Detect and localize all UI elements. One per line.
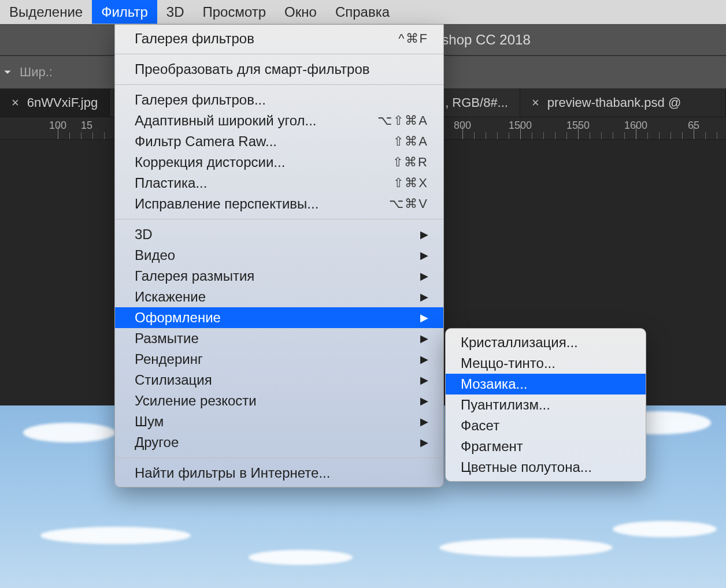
menu-view[interactable]: Просмотр [193,0,275,24]
menu-item[interactable]: Галерея размытия▶ [115,266,443,286]
submenu-item[interactable]: Фасет [446,415,646,436]
ruler-tick-major [694,125,694,139]
doc-tab-left[interactable]: × 6nWVxiF.jpg [0,89,110,117]
menu-item-label: Оформление [135,310,221,326]
menu-item[interactable]: Размытие▶ [115,328,443,349]
ruler-tick-minor [717,132,717,139]
submenu-arrow-icon: ▶ [420,249,428,262]
submenu-item[interactable]: Мозаика... [446,374,646,395]
menu-item[interactable]: Коррекция дисторсии...⇧⌘R [115,152,443,173]
menu-item[interactable]: Другое▶ [115,432,443,453]
menu-item[interactable]: Галерея фильтров... [115,90,443,110]
submenu-item[interactable]: Фрагмент [446,436,646,457]
submenu-item[interactable]: Меццо-тинто... [446,353,646,374]
ruler-tick-minor [647,132,648,139]
menu-item-label: Рендеринг [135,351,203,367]
ruler-tick-minor [69,132,70,139]
menu-item-shortcut: ⌥⇧⌘A [377,113,428,128]
menu-item[interactable]: Исправление перспективы...⌥⌘V [115,193,443,214]
menu-item[interactable]: Преобразовать для смарт-фильтров [115,59,443,80]
ruler-tick-minor [486,132,486,139]
menu-item[interactable]: Рендеринг▶ [115,349,443,370]
ruler-tick-minor [532,132,532,139]
menu-item-label: Искажение [135,289,206,305]
menu-item-label: Другое [135,434,179,451]
submenu-item[interactable]: Пуантилизм... [446,395,646,415]
submenu-item-label: Мозаика... [461,376,527,392]
submenu-item-label: Фрагмент [461,438,523,455]
ruler-tick-minor [682,132,683,139]
ruler-tick-minor [590,132,590,139]
menu-item-label: Коррекция дисторсии... [135,154,285,170]
close-icon[interactable]: × [12,95,19,110]
ruler-tick-minor [601,132,602,139]
menu-item-label: Размытие [135,330,199,347]
menu-item-label: Галерея фильтров... [135,92,266,108]
submenu-item[interactable]: Кристаллизация... [446,332,646,353]
close-icon[interactable]: × [532,95,539,110]
menu-item-label: 3D [135,226,153,243]
menu-item[interactable]: Галерея фильтров^⌘F [115,28,443,49]
menu-3d[interactable]: 3D [157,0,194,24]
submenu-arrow-icon: ▶ [420,374,428,386]
menu-item-label: Видео [135,247,175,263]
menu-item[interactable]: 3D▶ [115,224,443,245]
ruler-tick-minor [613,132,613,139]
menu-selection[interactable]: Выделение [0,0,92,24]
menu-item[interactable]: Шум▶ [115,411,443,432]
menu-item-label: Адаптивный широкий угол... [135,113,316,129]
ruler-tick-minor [509,132,509,139]
menu-item[interactable]: Оформление▶ [115,307,443,328]
menu-help[interactable]: Справка [326,0,399,24]
submenu-arrow-icon: ▶ [420,270,428,282]
submenu-item-label: Меццо-тинто... [461,355,555,371]
ruler-tick-minor [555,132,555,139]
menu-item[interactable]: Усиление резкости▶ [115,390,443,411]
submenu-arrow-icon: ▶ [420,228,428,241]
menu-item-shortcut: ^⌘F [398,31,428,46]
ruler-tick-label: 15 [81,120,92,132]
menu-item-label: Галерея фильтров [135,31,254,47]
ruler-tick-minor [566,132,567,139]
menu-window[interactable]: Окно [275,0,326,24]
menu-item-label: Усиление резкости [135,393,257,409]
menu-item-shortcut: ⇧⌘R [392,155,428,170]
doc-tab-label: preview-thabank.psd @ [547,95,681,110]
ruler-tick-minor [497,132,498,139]
menu-item[interactable]: Стилизация▶ [115,370,443,390]
filter-submenu-pixelate: Кристаллизация...Меццо-тинто...Мозаика..… [445,328,646,482]
menu-item[interactable]: Видео▶ [115,245,443,266]
menu-item-label: Найти фильтры в Интернете... [135,465,330,481]
filter-dropdown-menu: Галерея фильтров^⌘FПреобразовать для сма… [114,24,444,487]
submenu-arrow-icon: ▶ [420,415,428,428]
menu-item[interactable]: Пластика...⇧⌘X [115,173,443,193]
submenu-arrow-icon: ▶ [420,395,428,407]
ruler-tick-major [462,125,463,139]
submenu-arrow-icon: ▶ [420,436,428,449]
os-menubar: Выделение Фильтр 3D Просмотр Окно Справк… [0,0,726,24]
menu-filter[interactable]: Фильтр [92,0,157,24]
menu-item-label: Стилизация [135,372,212,388]
menu-item[interactable]: Фильтр Camera Raw...⇧⌘A [115,131,443,152]
submenu-arrow-icon: ▶ [420,353,428,366]
submenu-item-label: Цветные полутона... [461,459,592,475]
ruler-tick-major [58,125,58,139]
menu-item-label: Галерея размытия [135,268,254,284]
ruler-tick-minor [705,132,706,139]
submenu-item-label: Фасет [461,418,499,434]
menu-item[interactable]: Найти фильтры в Интернете... [115,463,443,483]
doc-tab-mid-fragment[interactable]: , RGB/8#... [434,89,520,117]
doc-tab-label: 6nWVxiF.jpg [27,95,98,110]
menu-item[interactable]: Адаптивный широкий угол...⌥⇧⌘A [115,110,443,131]
submenu-item-label: Пуантилизм... [461,397,550,413]
submenu-item-label: Кристаллизация... [461,334,578,351]
doc-tab-right[interactable]: × preview-thabank.psd @ [520,89,726,117]
menu-item[interactable]: Искажение▶ [115,286,443,307]
ruler-tick-minor [624,132,625,139]
submenu-arrow-icon: ▶ [420,311,428,324]
chevron-down-icon[interactable] [3,68,12,76]
menu-item-label: Исправление перспективы... [135,196,318,212]
ruler-tick-major [636,125,636,139]
submenu-item[interactable]: Цветные полутона... [446,457,646,478]
ruler-tick-major [578,125,579,139]
